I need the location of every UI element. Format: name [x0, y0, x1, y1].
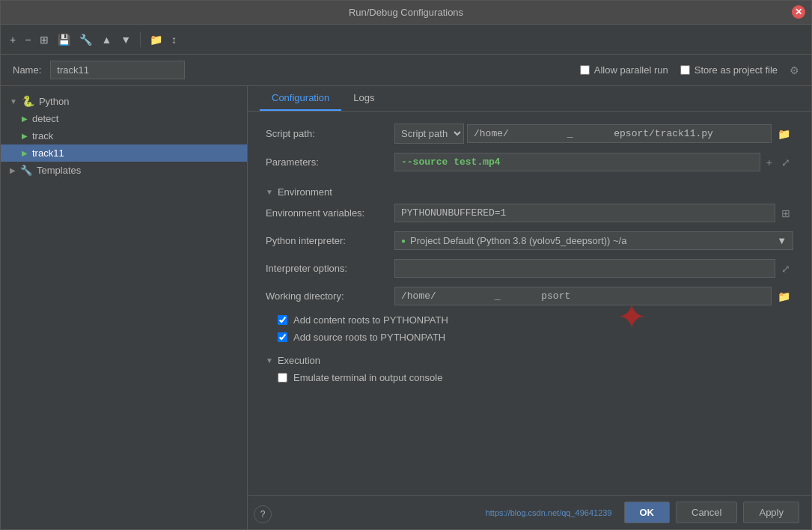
folder-button[interactable]: 📁 — [147, 32, 165, 47]
parameters-label: Parameters: — [266, 156, 385, 168]
separator — [140, 32, 141, 47]
sidebar-item-templates[interactable]: ▶ 🔧 Templates — [1, 162, 247, 179]
sidebar-item-track[interactable]: ▶ track — [1, 127, 247, 144]
bottom-bar: ? https://blog.csdn.net/qq_49641239 OK C… — [248, 495, 811, 529]
sidebar-detect-label: detect — [32, 113, 58, 124]
parameters-row: Parameters: + ⤢ — [266, 153, 793, 171]
add-source-roots-row: Add source roots to PYTHONPATH — [266, 332, 793, 343]
run-icon-track11: ▶ — [22, 149, 28, 157]
settings-button[interactable]: 🔧 — [76, 32, 95, 47]
copy-button[interactable]: ⊞ — [37, 32, 52, 47]
script-path-input[interactable] — [467, 124, 772, 143]
expand-arrow-python: ▼ — [10, 97, 17, 106]
interpreter-options-control: ⤢ — [394, 259, 793, 278]
env-vars-label: Environment variables: — [266, 207, 385, 219]
add-content-roots-label: Add content roots to PYTHONPATH — [293, 314, 448, 326]
parameters-input[interactable] — [394, 153, 760, 171]
sort-button[interactable]: ↕ — [168, 32, 180, 47]
gear-icon: ⚙ — [790, 64, 799, 76]
environment-expand-icon: ▼ — [266, 188, 273, 196]
dialog-title: Run/Debug Configurations — [349, 7, 463, 18]
execution-section-label: Execution — [278, 355, 320, 366]
working-directory-label: Working directory: — [266, 290, 385, 302]
emulate-terminal-row: Emulate terminal in output console — [266, 372, 793, 383]
store-as-project-file-text: Store as project file — [695, 64, 778, 76]
script-path-label: Script path: — [266, 128, 385, 139]
add-button[interactable]: + — [7, 32, 19, 47]
sidebar-item-track11[interactable]: ▶ track11 — [1, 144, 247, 162]
python-interpreter-value: Project Default (Python 3.8 (yolov5_deep… — [410, 235, 626, 246]
help-button[interactable]: ? — [254, 505, 272, 523]
main-content: ▼ 🐍 Python ▶ detect ▶ track ▶ track11 ▶ — [1, 86, 811, 529]
add-source-roots-label: Add source roots to PYTHONPATH — [293, 332, 445, 343]
expand-interpreter-options-button[interactable]: ⤢ — [778, 261, 793, 276]
dialog: Run/Debug Configurations ✕ + − ⊞ 💾 🔧 ▲ ▼… — [0, 0, 812, 530]
allow-parallel-run-label[interactable]: Allow parallel run — [580, 64, 668, 76]
script-path-type-select[interactable]: Script path — [394, 124, 464, 144]
execution-expand-icon: ▼ — [266, 356, 273, 365]
execution-section-header[interactable]: ▼ Execution — [266, 349, 793, 372]
env-vars-row: Environment variables: ⊞ — [266, 204, 793, 222]
tab-logs[interactable]: Logs — [341, 86, 386, 111]
script-path-row: Script path: Script path 📁 — [266, 124, 793, 144]
toolbar: + − ⊞ 💾 🔧 ▲ ▼ 📁 ↕ — [1, 25, 811, 55]
script-path-control: Script path 📁 — [394, 124, 793, 144]
name-label: Name: — [13, 64, 41, 76]
environment-section-header[interactable]: ▼ Environment — [266, 180, 793, 204]
allow-parallel-run-checkbox[interactable] — [580, 65, 590, 75]
right-panel: ✦ Configuration Logs Script path: Script… — [248, 86, 811, 529]
templates-icon: 🔧 — [20, 165, 32, 176]
tab-configuration[interactable]: Configuration — [260, 86, 341, 111]
browse-script-button[interactable]: 📁 — [775, 127, 793, 141]
name-bar-options: Allow parallel run Store as project file… — [580, 64, 799, 76]
cancel-button[interactable]: Cancel — [676, 502, 737, 523]
dropdown-arrow-icon: ▼ — [777, 235, 787, 246]
sidebar-item-detect[interactable]: ▶ detect — [1, 110, 247, 127]
add-content-roots-checkbox[interactable] — [278, 315, 287, 325]
title-bar: Run/Debug Configurations ✕ — [1, 1, 811, 25]
move-down-button[interactable]: ▼ — [117, 32, 134, 47]
run-icon-track: ▶ — [22, 132, 28, 140]
env-vars-input[interactable] — [394, 204, 775, 222]
store-as-project-file-label[interactable]: Store as project file — [680, 64, 778, 76]
config-panel: Script path: Script path 📁 Parameters: — [248, 112, 811, 495]
python-interpreter-label: Python interpreter: — [266, 235, 385, 246]
save-button[interactable]: 💾 — [55, 32, 73, 47]
interpreter-options-input[interactable] — [394, 259, 775, 278]
python-interpreter-select[interactable]: ● Project Default (Python 3.8 (yolov5_de… — [394, 231, 793, 250]
add-content-roots-row: Add content roots to PYTHONPATH — [266, 314, 793, 326]
working-directory-row: Working directory: 📁 — [266, 287, 793, 305]
browse-working-directory-button[interactable]: 📁 — [775, 289, 793, 304]
green-dot-icon: ● — [401, 237, 406, 245]
expand-arrow-templates: ▶ — [10, 166, 16, 174]
add-source-roots-checkbox[interactable] — [278, 332, 287, 342]
working-directory-control: 📁 — [394, 287, 793, 305]
python-interpreter-row: Python interpreter: ● Project Default (P… — [266, 231, 793, 250]
working-directory-input[interactable] — [394, 287, 772, 305]
run-icon-detect: ▶ — [22, 115, 28, 123]
name-input[interactable] — [50, 61, 185, 79]
env-vars-browse-button[interactable]: ⊞ — [778, 206, 793, 221]
remove-button[interactable]: − — [22, 32, 34, 47]
add-parameter-button[interactable]: + — [763, 155, 775, 170]
allow-parallel-run-text: Allow parallel run — [594, 64, 668, 76]
sidebar: ▼ 🐍 Python ▶ detect ▶ track ▶ track11 ▶ — [1, 86, 248, 529]
store-as-project-file-checkbox[interactable] — [680, 65, 690, 75]
python-interpreter-control: ● Project Default (Python 3.8 (yolov5_de… — [394, 231, 793, 250]
move-up-button[interactable]: ▲ — [98, 32, 115, 47]
environment-section-label: Environment — [278, 186, 332, 198]
python-icon: 🐍 — [22, 95, 34, 107]
close-button[interactable]: ✕ — [792, 5, 805, 19]
emulate-terminal-checkbox[interactable] — [278, 373, 287, 383]
apply-button[interactable]: Apply — [743, 502, 799, 523]
name-bar: Name: Allow parallel run Store as projec… — [1, 55, 811, 86]
sidebar-python-label: Python — [39, 96, 69, 107]
sidebar-templates-label: Templates — [37, 165, 81, 176]
emulate-terminal-label: Emulate terminal in output console — [293, 372, 442, 383]
ok-button[interactable]: OK — [624, 502, 671, 523]
expand-parameter-button[interactable]: ⤢ — [778, 155, 793, 170]
sidebar-item-python[interactable]: ▼ 🐍 Python — [1, 92, 247, 110]
bottom-link: https://blog.csdn.net/qq_49641239 — [480, 505, 618, 520]
sidebar-track11-label: track11 — [32, 147, 64, 159]
env-vars-control: ⊞ — [394, 204, 793, 222]
